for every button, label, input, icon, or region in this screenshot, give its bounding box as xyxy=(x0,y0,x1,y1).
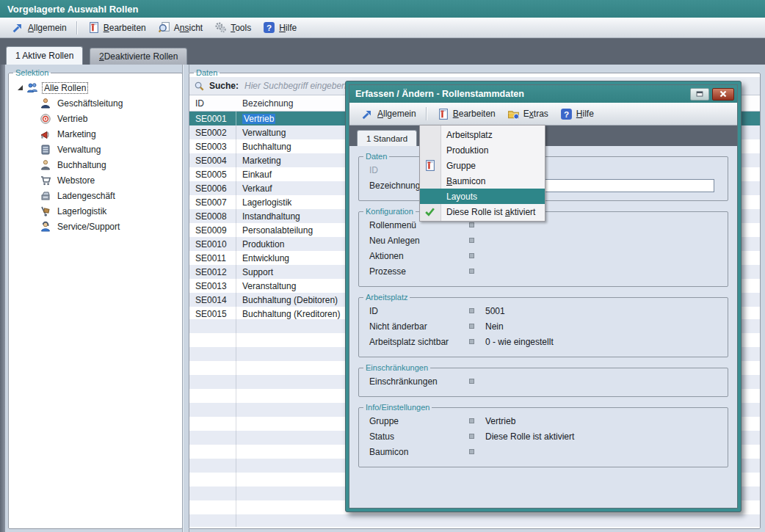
search-icon xyxy=(194,81,205,92)
tree-item[interactable]: Service/Support xyxy=(9,219,182,234)
roles-tree: Alle RollenGeschäftsleitungVertriebMarke… xyxy=(9,77,182,234)
dialog-titlebar: Erfassen / Ändern - Rollenstammdaten xyxy=(349,85,737,103)
cell-id: SE0003 xyxy=(189,139,236,153)
bullet-icon xyxy=(469,269,474,274)
tree-item-label: Buchhaltung xyxy=(56,160,108,170)
help-icon: ? xyxy=(560,108,573,120)
group-legend: Daten xyxy=(363,152,389,161)
field-value: Nein xyxy=(485,321,728,332)
field-label: Gruppe xyxy=(369,416,469,426)
field-label: ID xyxy=(369,306,469,316)
group-row: Neu Anlegen xyxy=(359,233,728,248)
menu-item-aktiviert[interactable]: Diese Rolle ist aktiviert xyxy=(420,204,545,219)
edit-doc-icon xyxy=(437,108,449,120)
window-title: Vorgelagerte Auswahl Rollen xyxy=(7,4,138,15)
toolbar-item-hilfe[interactable]: ?Hilfe xyxy=(554,106,600,123)
bullet-icon xyxy=(469,324,474,329)
menu-item-baumicon[interactable]: Baumicon xyxy=(420,173,545,189)
group-legend: Arbeitsplatz xyxy=(363,293,410,302)
bearbeiten-dropdown-menu: ArbeitsplatzProduktionGruppeBaumiconLayo… xyxy=(419,125,545,222)
toolbar-item-allgemein[interactable]: Allgemein xyxy=(355,106,422,123)
toolbar-item-bearbeiten[interactable]: Bearbeiten xyxy=(81,19,152,36)
group-row: Aktionen xyxy=(359,248,728,263)
view-doc-icon xyxy=(158,21,170,34)
toolbar-item-label: Extras xyxy=(523,109,548,119)
bullet-icon xyxy=(469,449,474,454)
tree-item[interactable]: Verwaltung xyxy=(9,142,182,157)
tab-aktive[interactable]: 1 Aktive Rollen xyxy=(6,46,83,65)
toolbar-item-label: Tools xyxy=(231,23,251,33)
menu-item-label: Diese Rolle ist aktiviert xyxy=(446,207,535,217)
person-gray-icon xyxy=(40,159,51,171)
cell-id: SE0007 xyxy=(189,195,236,209)
group-einschr-nkungen: EinschränkungenEinschränkungen xyxy=(358,363,728,397)
main-toolbar: AllgemeinBearbeitenAnsichtTools?Hilfe xyxy=(0,18,765,38)
bullet-icon xyxy=(469,253,474,258)
group-row: GruppeVertrieb xyxy=(359,413,728,429)
arrow-ne-icon xyxy=(361,108,374,120)
cell-id: SE0013 xyxy=(189,279,236,293)
field-label: Nicht änderbar xyxy=(369,321,469,332)
close-x-icon[interactable] xyxy=(712,88,734,101)
toolbar-item-ansicht[interactable]: Ansicht xyxy=(152,19,209,36)
group-row: Prozesse xyxy=(359,263,728,279)
menu-item-gruppe[interactable]: Gruppe xyxy=(420,158,545,173)
cell-id: SE0014 xyxy=(189,293,236,307)
help-icon: ? xyxy=(263,21,275,34)
person-suit-icon xyxy=(40,98,51,109)
arrow-ne-icon xyxy=(12,21,24,34)
tree-item-label: Lagerlogistik xyxy=(56,206,108,216)
headset-person-icon xyxy=(40,221,51,233)
tree-item[interactable]: Buchhaltung xyxy=(9,157,182,172)
tree-item[interactable]: Webstore xyxy=(9,172,182,188)
menu-item-layouts[interactable]: Layouts xyxy=(420,189,545,204)
dialog-toolbar: AllgemeinBearbeitenExtras?Hilfe xyxy=(349,103,737,125)
group-row: Arbeitsplatz sichtbar0 - wie eingestellt xyxy=(359,334,728,349)
search-label: Suche: xyxy=(209,81,239,91)
bullet-icon xyxy=(469,222,474,227)
menu-item-label: Layouts xyxy=(446,192,477,202)
tree-item[interactable]: Vertrieb xyxy=(9,111,182,126)
cell-id: SE0012 xyxy=(189,265,236,279)
toolbar-item-label: Bearbeiten xyxy=(104,23,146,33)
menu-item-arbeitsplatz[interactable]: Arbeitsplatz xyxy=(420,127,545,142)
menu-item-produktion[interactable]: Produktion xyxy=(420,142,545,158)
tree-item-label: Marketing xyxy=(56,129,98,139)
tree-item-label: Vertrieb xyxy=(56,114,89,124)
menu-item-label: Gruppe xyxy=(446,161,476,171)
column-header-id[interactable]: ID xyxy=(189,98,236,109)
application-window: Vorgelagerte Auswahl Rollen AllgemeinBea… xyxy=(0,0,765,532)
tab-deaktivierte[interactable]: 2 Deaktivierte Rollen xyxy=(90,48,187,65)
tree-item[interactable]: Geschäftsleitung xyxy=(9,95,182,111)
column-divider xyxy=(236,319,236,527)
group-row: Einschränkungen xyxy=(359,374,728,389)
toolbar-item-bearbeiten[interactable]: Bearbeiten xyxy=(431,106,501,123)
toolbar-item-label: Bearbeiten xyxy=(453,109,496,119)
selektion-panel: Selektion Alle RollenGeschäftsleitungVer… xyxy=(8,68,183,529)
cell-id: SE0005 xyxy=(189,167,236,181)
field-value: 5001 xyxy=(485,306,728,316)
tab-standard[interactable]: 1 Standard xyxy=(357,130,417,146)
tree-item-label: Service/Support xyxy=(56,222,121,232)
toolbar-item-label: Hilfe xyxy=(576,109,594,119)
target-icon xyxy=(40,113,51,125)
toolbar-item-hilfe[interactable]: ?Hilfe xyxy=(257,19,302,36)
tree-item[interactable]: Marketing xyxy=(9,126,182,142)
toolbar-separator xyxy=(76,21,78,34)
tree-item-alle-rollen[interactable]: Alle Rollen xyxy=(9,80,182,95)
menu-item-label: Arbeitsplatz xyxy=(446,130,493,140)
tree-item[interactable]: Lagerlogistik xyxy=(9,203,182,219)
restore-glyph-icon[interactable] xyxy=(690,88,709,101)
tree-item-label: Geschäftsleitung xyxy=(56,98,124,109)
toolbar-item-tools[interactable]: Tools xyxy=(209,19,257,36)
tree-item[interactable]: Ladengeschäft xyxy=(9,188,182,203)
group-arbeitsplatz: ArbeitsplatzID5001Nicht änderbarNeinArbe… xyxy=(358,293,728,357)
toolbar-item-label: Allgemein xyxy=(377,109,416,119)
field-value: 0 - wie eingestellt xyxy=(485,337,728,347)
extras-folder-icon xyxy=(507,108,520,120)
svg-text:?: ? xyxy=(267,23,272,32)
cell-id: SE0011 xyxy=(189,251,236,265)
toolbar-item-extras[interactable]: Extras xyxy=(501,106,554,123)
toolbar-item-allgemein[interactable]: Allgemein xyxy=(6,19,73,36)
bullet-icon xyxy=(469,379,474,384)
